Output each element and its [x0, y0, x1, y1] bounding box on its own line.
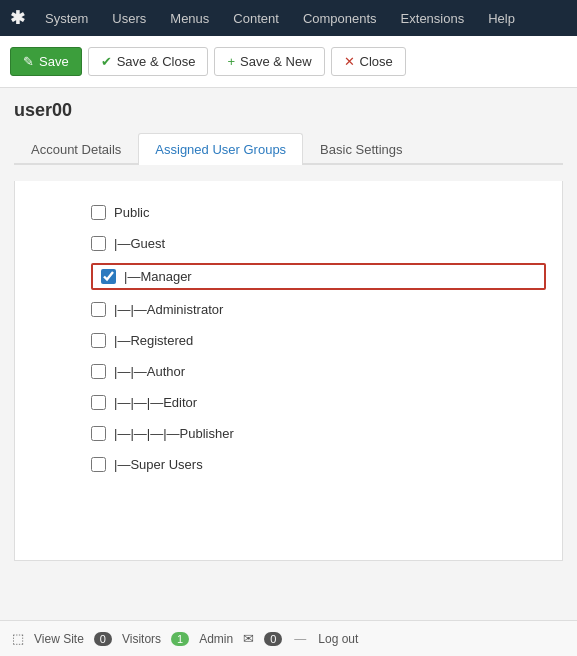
group-super-users-label: |—Super Users [114, 457, 203, 472]
group-guest-label: |—Guest [114, 236, 165, 251]
group-manager: |—Manager [91, 263, 546, 290]
tab-assigned-user-groups[interactable]: Assigned User Groups [138, 133, 303, 165]
tab-account-details[interactable]: Account Details [14, 133, 138, 165]
visitors-label: Visitors [122, 632, 161, 646]
content-area: user00 Account Details Assigned User Gro… [0, 88, 577, 620]
joomla-logo: ✱ [10, 7, 25, 29]
user-groups-list: Public |—Guest |—Manager |—|—Administrat… [31, 201, 546, 476]
group-public-label: Public [114, 205, 149, 220]
save-close-button[interactable]: ✔ Save & Close [88, 47, 209, 76]
email-icon: ✉ [243, 631, 254, 646]
tabs: Account Details Assigned User Groups Bas… [14, 133, 563, 165]
group-registered-label: |—Registered [114, 333, 193, 348]
check-icon: ✔ [101, 54, 112, 69]
group-public: Public [91, 201, 546, 224]
nav-extensions[interactable]: Extensions [397, 3, 469, 34]
group-public-checkbox[interactable] [91, 205, 106, 220]
nav-help[interactable]: Help [484, 3, 519, 34]
tab-basic-settings[interactable]: Basic Settings [303, 133, 419, 165]
admin-label: Admin [199, 632, 233, 646]
toolbar: ✎ Save ✔ Save & Close + Save & New ✕ Clo… [0, 36, 577, 88]
group-registered-checkbox[interactable] [91, 333, 106, 348]
group-editor-checkbox[interactable] [91, 395, 106, 410]
save-label: Save [39, 54, 69, 69]
close-label: Close [360, 54, 393, 69]
group-publisher: |—|—|—|—Publisher [91, 422, 546, 445]
save-close-label: Save & Close [117, 54, 196, 69]
save-button[interactable]: ✎ Save [10, 47, 82, 76]
footer-bar: ⬚ View Site 0 Visitors 1 Admin ✉ 0 — Log… [0, 620, 577, 656]
group-guest: |—Guest [91, 232, 546, 255]
top-navigation: ✱ System Users Menus Content Components … [0, 0, 577, 36]
visitors-badge: 0 [94, 632, 112, 646]
group-administrator-label: |—|—Administrator [114, 302, 223, 317]
group-author-label: |—|—Author [114, 364, 185, 379]
group-administrator-checkbox[interactable] [91, 302, 106, 317]
x-icon: ✕ [344, 54, 355, 69]
page-title: user00 [14, 100, 563, 121]
group-guest-checkbox[interactable] [91, 236, 106, 251]
plus-icon: + [227, 54, 235, 69]
nav-content[interactable]: Content [229, 3, 283, 34]
nav-system[interactable]: System [41, 3, 92, 34]
close-button[interactable]: ✕ Close [331, 47, 406, 76]
group-editor: |—|—|—Editor [91, 391, 546, 414]
nav-components[interactable]: Components [299, 3, 381, 34]
group-manager-label: |—Manager [124, 269, 192, 284]
group-publisher-checkbox[interactable] [91, 426, 106, 441]
footer-dash: — [294, 632, 306, 646]
group-author-checkbox[interactable] [91, 364, 106, 379]
save-new-label: Save & New [240, 54, 312, 69]
nav-users[interactable]: Users [108, 3, 150, 34]
group-publisher-label: |—|—|—|—Publisher [114, 426, 234, 441]
group-super-users-checkbox[interactable] [91, 457, 106, 472]
group-administrator: |—|—Administrator [91, 298, 546, 321]
group-author: |—|—Author [91, 360, 546, 383]
tab-content: Public |—Guest |—Manager |—|—Administrat… [14, 181, 563, 561]
nav-menus[interactable]: Menus [166, 3, 213, 34]
group-super-users: |—Super Users [91, 453, 546, 476]
save-new-button[interactable]: + Save & New [214, 47, 324, 76]
logout-link[interactable]: Log out [318, 632, 358, 646]
group-registered: |—Registered [91, 329, 546, 352]
admin-badge: 1 [171, 632, 189, 646]
group-editor-label: |—|—|—Editor [114, 395, 197, 410]
view-site-link[interactable]: View Site [34, 632, 84, 646]
view-site-icon: ⬚ [12, 631, 24, 646]
edit-icon: ✎ [23, 54, 34, 69]
unknown-badge: 0 [264, 632, 282, 646]
group-manager-checkbox[interactable] [101, 269, 116, 284]
